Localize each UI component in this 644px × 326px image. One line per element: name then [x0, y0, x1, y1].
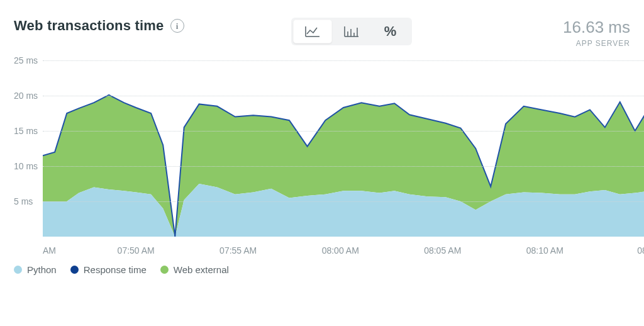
- legend-swatch: [14, 266, 22, 274]
- x-axis: AM07:50 AM07:55 AM08:00 AM08:05 AM08:10 …: [43, 240, 644, 262]
- x-tick-label: 08:00 AM: [322, 245, 359, 256]
- app-server-value: 16.63 ms: [563, 18, 630, 37]
- legend: PythonResponse timeWeb external: [0, 262, 644, 275]
- legend-item[interactable]: Web external: [160, 264, 229, 275]
- x-tick-label: AM: [43, 245, 56, 256]
- page-title: Web transactions time: [14, 18, 164, 34]
- x-tick-label: 08:10 AM: [526, 245, 564, 256]
- bar-chart-toggle[interactable]: [332, 20, 371, 43]
- percent-icon: %: [384, 23, 397, 40]
- bar-chart-icon: [343, 25, 360, 38]
- y-tick-label: 15 ms: [14, 126, 49, 136]
- y-tick-label: 10 ms: [14, 161, 49, 171]
- y-tick-label: 25 ms: [14, 55, 49, 65]
- x-tick-label: 08:1!: [637, 245, 644, 256]
- x-tick-label: 08:05 AM: [424, 245, 461, 256]
- legend-label: Response time: [84, 264, 147, 275]
- legend-item[interactable]: Python: [14, 264, 57, 275]
- legend-item[interactable]: Response time: [70, 264, 147, 275]
- chart-type-toggle: %: [291, 18, 412, 45]
- legend-swatch: [70, 266, 79, 274]
- y-tick-label: 20 ms: [14, 91, 49, 101]
- y-tick-label: 5 ms: [14, 196, 49, 206]
- percent-toggle[interactable]: %: [371, 20, 410, 43]
- app-server-label: APP SERVER: [563, 39, 630, 48]
- chart: AM07:50 AM07:55 AM08:00 AM08:05 AM08:10 …: [0, 54, 644, 262]
- x-tick-label: 07:55 AM: [219, 245, 257, 256]
- info-icon[interactable]: i: [170, 19, 184, 33]
- chart-svg: [43, 60, 644, 237]
- legend-label: Python: [27, 264, 57, 275]
- legend-swatch: [160, 266, 169, 274]
- line-chart-icon: [304, 25, 321, 38]
- plot-area[interactable]: [43, 60, 644, 237]
- legend-label: Web external: [174, 264, 229, 275]
- x-tick-label: 07:50 AM: [118, 245, 155, 256]
- line-chart-toggle[interactable]: [293, 20, 332, 43]
